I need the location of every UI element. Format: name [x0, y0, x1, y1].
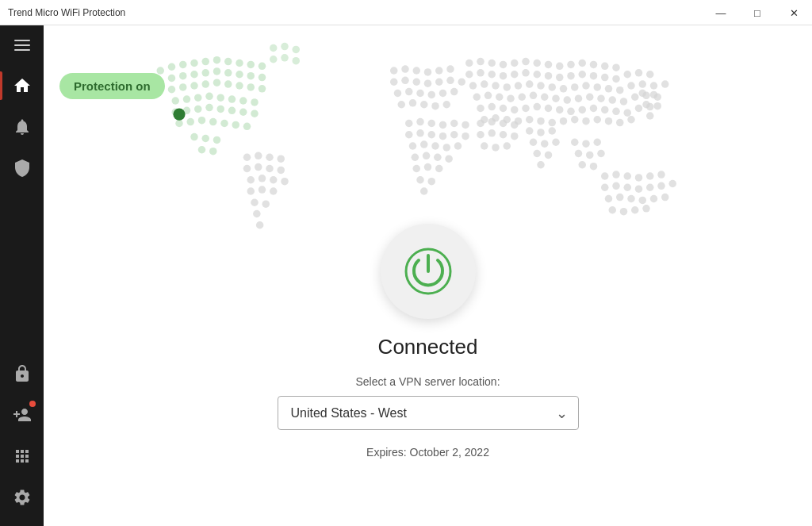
svg-point-169: [635, 105, 643, 113]
svg-point-76: [446, 77, 454, 85]
svg-point-99: [579, 60, 587, 67]
svg-point-238: [612, 182, 620, 190]
notification-dot: [29, 401, 36, 407]
svg-point-175: [526, 116, 534, 124]
sidebar-item-home[interactable]: [0, 65, 44, 106]
svg-point-255: [488, 118, 496, 126]
svg-point-213: [255, 152, 262, 160]
sidebar-bottom: [0, 353, 44, 526]
svg-point-114: [590, 72, 598, 80]
menu-button[interactable]: [0, 25, 44, 65]
vpn-location-select[interactable]: United States - West United States - Eas…: [278, 396, 579, 430]
svg-point-217: [255, 163, 262, 171]
sidebar-item-shield[interactable]: [0, 148, 44, 189]
svg-point-103: [465, 71, 473, 79]
svg-point-28: [247, 83, 255, 91]
window-controls: — □ ✕: [703, 0, 812, 25]
svg-point-207: [424, 163, 432, 171]
maximize-button[interactable]: □: [739, 0, 776, 25]
power-icon: [404, 248, 452, 295]
svg-point-107: [511, 71, 519, 79]
svg-point-230: [256, 221, 264, 229]
svg-point-254: [477, 120, 485, 128]
svg-point-269: [541, 140, 549, 148]
svg-point-257: [511, 121, 519, 129]
svg-point-109: [534, 71, 542, 79]
svg-point-20: [259, 74, 266, 82]
svg-point-248: [650, 195, 658, 203]
svg-point-249: [661, 194, 669, 202]
close-button[interactable]: ✕: [776, 0, 812, 25]
svg-point-89: [465, 60, 473, 67]
svg-point-252: [631, 206, 639, 214]
svg-point-281: [590, 163, 598, 171]
power-button-container: [381, 224, 476, 319]
hamburger-icon: [14, 40, 30, 51]
svg-point-73: [413, 79, 421, 86]
svg-point-268: [530, 139, 538, 147]
svg-point-116: [612, 75, 620, 83]
svg-point-162: [556, 106, 564, 114]
svg-point-133: [616, 86, 624, 94]
svg-point-65: [390, 67, 398, 75]
svg-point-219: [278, 167, 285, 175]
connected-text: Connected: [378, 335, 478, 359]
svg-point-280: [579, 161, 587, 169]
svg-point-81: [428, 91, 436, 99]
power-button[interactable]: [381, 224, 476, 319]
svg-point-123: [504, 83, 511, 91]
svg-point-261: [511, 132, 519, 140]
svg-point-229: [253, 210, 261, 218]
svg-point-193: [428, 131, 436, 139]
svg-point-86: [420, 101, 428, 109]
svg-point-165: [590, 105, 598, 113]
title-bar: Trend Micro WiFi Protection — □ ✕: [0, 0, 812, 25]
svg-point-226: [270, 187, 278, 195]
svg-point-239: [624, 184, 632, 192]
svg-point-236: [657, 171, 665, 179]
svg-point-206: [413, 165, 421, 173]
sidebar-item-lock[interactable]: [0, 353, 44, 394]
sidebar-item-add-user[interactable]: [0, 394, 44, 436]
sidebar-item-alerts[interactable]: [0, 106, 44, 148]
svg-point-285: [654, 102, 662, 110]
sidebar-item-apps[interactable]: [0, 436, 44, 477]
svg-point-148: [586, 94, 594, 102]
svg-point-220: [247, 176, 255, 184]
svg-point-124: [515, 82, 523, 90]
svg-point-5: [202, 58, 210, 66]
svg-point-259: [488, 129, 496, 137]
svg-point-182: [605, 117, 613, 125]
svg-point-271: [534, 150, 542, 158]
svg-point-267: [549, 127, 557, 135]
svg-point-55: [213, 136, 221, 144]
map-container: Protection on: [44, 25, 812, 327]
svg-point-3: [179, 61, 187, 69]
sidebar-item-settings[interactable]: [0, 477, 44, 518]
svg-point-57: [209, 148, 217, 155]
svg-point-37: [251, 98, 259, 106]
svg-point-1: [157, 67, 165, 75]
svg-point-42: [217, 106, 225, 113]
svg-point-234: [635, 174, 643, 182]
minimize-button[interactable]: —: [703, 0, 739, 25]
svg-point-284: [642, 101, 650, 109]
svg-point-138: [473, 94, 481, 102]
svg-point-246: [627, 195, 635, 203]
svg-point-177: [549, 119, 557, 127]
svg-point-192: [416, 129, 424, 137]
svg-point-211: [420, 187, 428, 195]
svg-point-51: [232, 121, 240, 129]
svg-point-56: [198, 146, 206, 154]
svg-point-247: [639, 197, 647, 205]
svg-point-183: [616, 119, 624, 127]
svg-point-27: [236, 82, 243, 90]
svg-point-69: [435, 67, 443, 75]
svg-point-33: [205, 93, 213, 101]
svg-point-198: [420, 140, 428, 148]
svg-point-110: [545, 72, 553, 80]
svg-point-161: [545, 105, 553, 113]
svg-point-199: [431, 142, 439, 150]
svg-point-180: [582, 117, 590, 125]
svg-point-98: [567, 61, 575, 69]
